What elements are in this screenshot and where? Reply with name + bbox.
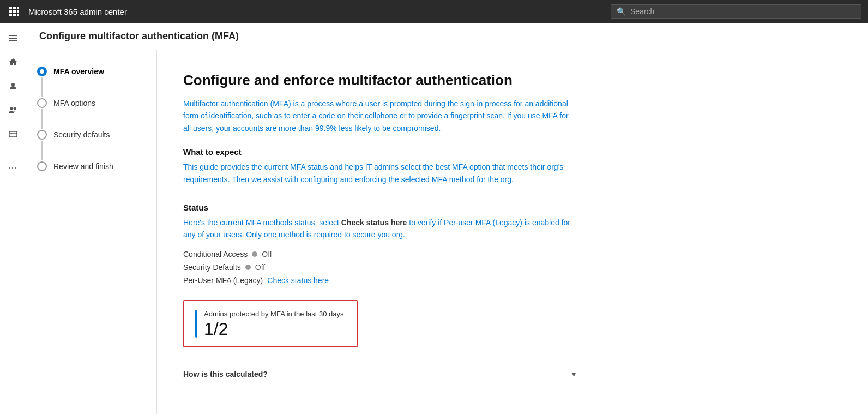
check-status-link-inline[interactable]: Check status here: [341, 218, 407, 227]
conditional-access-row: Conditional Access Off: [183, 250, 842, 259]
step-indicator-1: [37, 67, 47, 98]
svg-point-12: [11, 83, 15, 86]
svg-rect-0: [9, 7, 12, 9]
mfa-card-inner: Admins protected by MFA in the last 30 d…: [195, 310, 346, 338]
step-circle-1: [37, 67, 47, 76]
wizard-step-mfa-options[interactable]: MFA options: [37, 98, 146, 130]
svg-rect-1: [13, 7, 16, 9]
more-icon[interactable]: ···: [2, 157, 24, 178]
security-defaults-label: Security Defaults: [183, 263, 241, 272]
main-content: Configure and enforce multifactor authen…: [157, 50, 868, 414]
step-label-mfa-overview: MFA overview: [53, 67, 104, 76]
mfa-card-content: Admins protected by MFA in the last 30 d…: [204, 310, 344, 338]
mfa-card: Admins protected by MFA in the last 30 d…: [183, 300, 358, 347]
what-to-expect-heading: What to expect: [183, 147, 842, 157]
wizard-step-security-defaults[interactable]: Security defaults: [37, 130, 146, 161]
step-label-review-finish: Review and finish: [53, 161, 113, 171]
app-title: Microsoft 365 admin center: [28, 7, 604, 16]
how-calculated-text: How is this calculated?: [183, 370, 268, 379]
wizard-step-review-finish[interactable]: Review and finish: [37, 161, 146, 171]
mfa-card-bar: [195, 310, 197, 338]
svg-point-14: [13, 107, 16, 110]
what-to-expect-section: What to expect This guide provides the c…: [183, 147, 842, 185]
svg-rect-2: [17, 7, 19, 9]
status-heading: Status: [183, 203, 842, 212]
page-title: Configure multifactor authentication (MF…: [39, 31, 239, 41]
menu-icon[interactable]: [2, 27, 24, 49]
home-icon[interactable]: [2, 51, 24, 73]
billing-icon[interactable]: [2, 123, 24, 145]
svg-rect-6: [9, 14, 12, 16]
content-area: Configure multifactor authentication (MF…: [26, 23, 868, 414]
wizard-sidebar: MFA overview MFA options Sec: [26, 50, 157, 414]
wizard-layout: MFA overview MFA options Sec: [26, 50, 868, 414]
grid-icon[interactable]: [7, 4, 22, 19]
sidebar-divider: [4, 151, 22, 151]
main-layout: ··· Configure multifactor authentication…: [0, 23, 868, 414]
svg-rect-10: [9, 38, 17, 39]
step-line-1: [41, 77, 43, 97]
step-line-2: [41, 109, 43, 129]
per-user-mfa-label: Per-User MFA (Legacy): [183, 276, 263, 285]
page-header: Configure multifactor authentication (MF…: [26, 23, 868, 50]
per-user-mfa-row: Per-User MFA (Legacy) Check status here: [183, 276, 842, 285]
what-to-expect-text: This guide provides the current MFA stat…: [183, 161, 576, 185]
svg-point-13: [10, 107, 13, 110]
svg-rect-3: [9, 10, 12, 13]
step-indicator-2: [37, 98, 47, 130]
step-circle-4: [37, 161, 47, 171]
mfa-card-label: Admins protected by MFA in the last 30 d…: [204, 310, 344, 318]
step-line-3: [41, 141, 43, 160]
wizard-step-mfa-overview[interactable]: MFA overview: [37, 67, 146, 98]
status-desc-prefix: Here's the current MFA methods status, s…: [183, 218, 341, 227]
svg-rect-8: [17, 14, 19, 16]
check-status-here-link[interactable]: Check status here: [267, 276, 329, 285]
svg-rect-11: [9, 40, 17, 41]
search-box[interactable]: 🔍: [611, 4, 861, 19]
svg-rect-15: [9, 131, 17, 137]
step-label-mfa-options: MFA options: [53, 98, 95, 107]
security-defaults-value: Off: [255, 263, 265, 272]
group-icon[interactable]: [2, 99, 24, 121]
top-bar: Microsoft 365 admin center 🔍: [0, 0, 868, 23]
conditional-access-dot: [252, 251, 257, 257]
search-icon: 🔍: [617, 7, 626, 16]
conditional-access-label: Conditional Access: [183, 250, 248, 259]
svg-rect-7: [13, 14, 16, 16]
main-title: Configure and enforce multifactor authen…: [183, 72, 842, 89]
main-description: Multifactor authentication (MFA) is a pr…: [183, 98, 576, 134]
user-icon[interactable]: [2, 75, 24, 97]
security-defaults-dot: [245, 265, 251, 270]
svg-rect-9: [9, 35, 17, 36]
status-section: Status Here's the current MFA methods st…: [183, 203, 842, 347]
chevron-down-icon: ▾: [572, 370, 576, 379]
svg-rect-5: [17, 10, 19, 13]
step-circle-3: [37, 130, 47, 140]
security-defaults-row: Security Defaults Off: [183, 263, 842, 272]
step-indicator-3: [37, 130, 47, 161]
conditional-access-value: Off: [262, 250, 272, 259]
step-label-security-defaults: Security defaults: [53, 130, 110, 139]
how-calculated-section[interactable]: How is this calculated? ▾: [183, 361, 576, 379]
mfa-card-value: 1/2: [204, 320, 344, 338]
step-indicator-4: [37, 161, 47, 171]
svg-rect-4: [13, 10, 16, 13]
step-circle-2: [37, 98, 47, 108]
status-description: Here's the current MFA methods status, s…: [183, 217, 576, 241]
sidebar-icons: ···: [0, 23, 26, 414]
search-input[interactable]: [630, 7, 855, 16]
